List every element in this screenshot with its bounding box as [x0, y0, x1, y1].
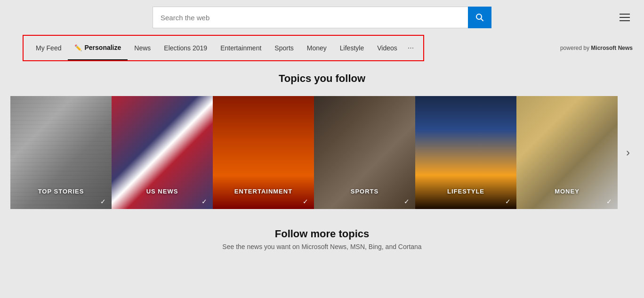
cards-row: TOP STORIES ✓ US NEWS ✓ ENTERTAINMENT ✓ …: [10, 96, 618, 209]
hamburger-line-1: [620, 14, 630, 15]
sports-label: Sports: [274, 44, 293, 52]
hamburger-menu[interactable]: [617, 11, 633, 24]
my-feed-label: My Feed: [36, 44, 61, 52]
pencil-icon: ✏️: [74, 44, 82, 51]
search-input[interactable]: [153, 7, 468, 28]
powered-by-brand: Microsoft News: [591, 45, 633, 51]
lifestyle-label: Lifestyle: [340, 44, 364, 52]
card-lifestyle-label: LIFESTYLE: [447, 188, 484, 195]
powered-by-prefix: powered by: [560, 45, 591, 51]
nav-item-lifestyle[interactable]: Lifestyle: [333, 36, 370, 60]
cards-container: TOP STORIES ✓ US NEWS ✓ ENTERTAINMENT ✓ …: [0, 96, 644, 209]
hamburger-line-2: [620, 17, 630, 18]
nav-bar: My Feed ✏️ Personalize News Elections 20…: [24, 36, 423, 60]
card-us-news-label: US NEWS: [146, 188, 178, 195]
personalize-label: Personalize: [84, 44, 121, 51]
nav-item-personalize[interactable]: ✏️ Personalize: [68, 36, 128, 60]
nav-item-elections-2019[interactable]: Elections 2019: [157, 36, 214, 60]
card-lifestyle-check: ✓: [505, 198, 511, 205]
nav-item-videos[interactable]: Videos: [370, 36, 404, 60]
nav-bar-wrapper: My Feed ✏️ Personalize News Elections 20…: [23, 35, 424, 61]
card-sports-label: SPORTS: [351, 188, 378, 195]
more-label: ···: [408, 44, 414, 52]
money-label: Money: [307, 44, 327, 52]
card-lifestyle[interactable]: LIFESTYLE ✓: [415, 96, 516, 209]
card-sports-check: ✓: [404, 198, 410, 205]
header: [0, 0, 644, 35]
nav-outer: My Feed ✏️ Personalize News Elections 20…: [0, 35, 644, 61]
hamburger-line-3: [620, 20, 630, 21]
card-money-label: MONEY: [555, 188, 580, 195]
card-top-stories-label: TOP STORIES: [38, 188, 84, 195]
videos-label: Videos: [377, 44, 397, 52]
powered-by: powered by Microsoft News: [560, 45, 644, 51]
follow-section: Follow more topics See the news you want…: [0, 228, 644, 250]
next-arrow-button[interactable]: ›: [622, 142, 634, 163]
nav-item-entertainment[interactable]: Entertainment: [214, 36, 268, 60]
entertainment-label: Entertainment: [220, 44, 261, 52]
elections-label: Elections 2019: [164, 44, 207, 52]
card-sports[interactable]: SPORTS ✓: [314, 96, 415, 209]
card-entertainment-check: ✓: [303, 198, 308, 205]
svg-line-1: [481, 19, 483, 21]
card-us-news-check: ✓: [201, 198, 207, 205]
nav-item-money[interactable]: Money: [300, 36, 333, 60]
follow-subtitle: See the news you want on Microsoft News,…: [0, 243, 644, 250]
card-money[interactable]: MONEY ✓: [516, 96, 618, 209]
search-button[interactable]: [468, 7, 491, 28]
search-container: [153, 7, 491, 28]
nav-item-news[interactable]: News: [128, 36, 157, 60]
card-top-stories-check: ✓: [100, 198, 106, 205]
nav-item-my-feed[interactable]: My Feed: [29, 36, 68, 60]
card-us-news[interactable]: US NEWS ✓: [112, 96, 213, 209]
card-money-check: ✓: [606, 198, 612, 205]
main-content: Topics you follow TOP STORIES ✓ US NEWS …: [0, 61, 644, 250]
search-icon: [475, 13, 484, 22]
nav-more-button[interactable]: ···: [404, 36, 418, 60]
card-entertainment[interactable]: ENTERTAINMENT ✓: [213, 96, 314, 209]
follow-title: Follow more topics: [0, 228, 644, 240]
section-title: Topics you follow: [0, 72, 644, 85]
news-label: News: [134, 44, 151, 52]
nav-item-sports[interactable]: Sports: [268, 36, 300, 60]
card-entertainment-label: ENTERTAINMENT: [234, 188, 292, 195]
card-top-stories[interactable]: TOP STORIES ✓: [10, 96, 112, 209]
